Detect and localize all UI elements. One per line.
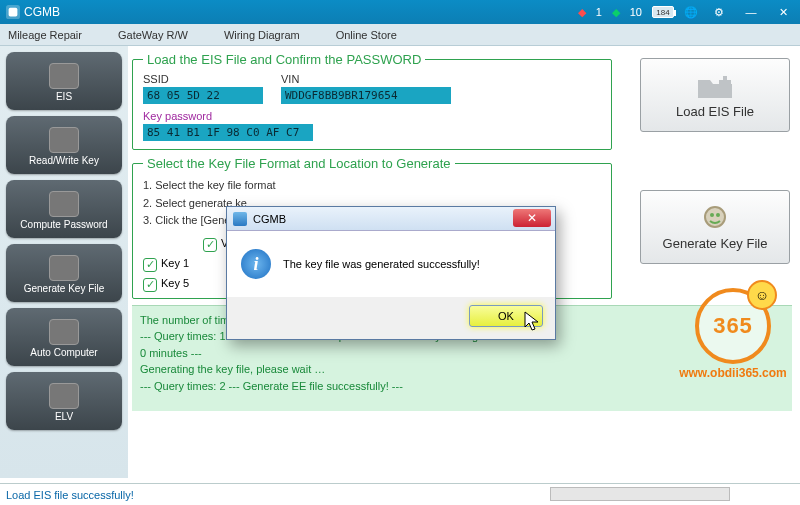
battery-indicator: 184 (652, 6, 674, 18)
group-load-eis: Load the EIS File and Confirm the PASSWO… (132, 52, 612, 150)
load-eis-file-label: Load EIS File (676, 104, 754, 119)
info-icon: i (241, 249, 271, 279)
sidebar-item-label: Read/Write Key (29, 155, 99, 166)
keypassword-label: Key password (143, 110, 601, 122)
vin-label: VIN (281, 73, 451, 85)
window-titlebar: CGMB ◆ 1 ◆ 10 184 🌐 ⚙ — ✕ (0, 0, 800, 24)
sidebar-item-compute-password[interactable]: Compute Password (6, 180, 122, 238)
load-eis-file-button[interactable]: Load EIS File (640, 58, 790, 132)
dialog-ok-button[interactable]: OK (469, 305, 543, 327)
dialog-message: The key file was generated successfully! (283, 258, 480, 270)
globe-icon[interactable]: 🌐 (684, 6, 698, 19)
sidebar-item-label: ELV (55, 411, 73, 422)
gem-green-count: 10 (630, 6, 642, 18)
ssid-field[interactable]: 68 05 5D 22 (143, 87, 263, 104)
log-line: 0 minutes --- (140, 345, 784, 362)
svg-point-3 (710, 213, 714, 217)
sidebar-item-readwrite-key[interactable]: Read/Write Key (6, 116, 122, 174)
app-title: CGMB (24, 5, 60, 19)
key-gen-icon (695, 204, 735, 234)
group-load-eis-legend: Load the EIS File and Confirm the PASSWO… (143, 52, 425, 67)
menu-online-store[interactable]: Online Store (336, 29, 397, 41)
sidebar-item-label: Compute Password (20, 219, 107, 230)
chip-icon (49, 191, 79, 217)
folder-plus-icon (695, 72, 735, 102)
svg-rect-1 (9, 8, 18, 17)
gem-green-icon: ◆ (612, 6, 620, 19)
vin-field[interactable]: WDDGF8BB9BR179654 (281, 87, 451, 104)
dialog-titlebar[interactable]: CGMB ✕ (227, 207, 555, 231)
ssid-label: SSID (143, 73, 263, 85)
sidebar-item-elv[interactable]: ELV (6, 372, 122, 430)
step-1-text: 1. Select the key file format (143, 177, 601, 195)
svg-point-4 (716, 213, 720, 217)
group-select-key-format-legend: Select the Key File Format and Location … (143, 156, 455, 171)
elv-icon (49, 383, 79, 409)
eis-icon (49, 63, 79, 89)
sidebar-item-auto-computer[interactable]: Auto Computer (6, 308, 122, 366)
sidebar-item-label: Auto Computer (30, 347, 97, 358)
app-icon (6, 5, 20, 19)
checkbox-key1-label: Key 1 (161, 256, 189, 268)
checkbox-key5-label: Key 5 (161, 276, 189, 288)
log-line: Generating the key file, please wait … (140, 361, 784, 378)
sidebar-item-label: Generate Key File (24, 283, 105, 294)
ecu-icon (49, 319, 79, 345)
menu-mileage-repair[interactable]: Mileage Repair (8, 29, 82, 41)
checkbox-v04[interactable] (203, 238, 217, 252)
generate-key-file-button[interactable]: Generate Key File (640, 190, 790, 264)
status-bar: Load EIS file successfully! (0, 483, 800, 505)
menu-wiring-diagram[interactable]: Wiring Diagram (224, 29, 300, 41)
key-icon (49, 127, 79, 153)
sidebar-item-generate-key-file[interactable]: Generate Key File (6, 244, 122, 302)
dialog-app-icon (233, 212, 247, 226)
gem-red-count: 1 (596, 6, 602, 18)
minimize-button[interactable]: — (740, 4, 762, 20)
sidebar-item-eis[interactable]: EIS (6, 52, 122, 110)
settings-icon[interactable]: ⚙ (708, 4, 730, 20)
sidebar-item-label: EIS (56, 91, 72, 102)
checkbox-key5[interactable] (143, 278, 157, 292)
generate-key-file-label: Generate Key File (663, 236, 768, 251)
sidebar: EIS Read/Write Key Compute Password Gene… (0, 46, 128, 478)
printer-icon (49, 255, 79, 281)
gem-red-icon: ◆ (578, 6, 586, 19)
menu-gateway-rw[interactable]: GateWay R/W (118, 29, 188, 41)
status-text: Load EIS file successfully! (6, 489, 134, 501)
menu-bar: Mileage Repair GateWay R/W Wiring Diagra… (0, 24, 800, 46)
dialog-title: CGMB (253, 213, 286, 225)
log-line: --- Query times: 2 --- Generate EE file … (140, 378, 784, 395)
dialog-close-button[interactable]: ✕ (513, 209, 551, 227)
message-dialog: CGMB ✕ i The key file was generated succ… (226, 206, 556, 340)
progress-bar (550, 487, 730, 501)
checkbox-key1[interactable] (143, 258, 157, 272)
keypassword-field[interactable]: 85 41 B1 1F 98 C0 AF C7 (143, 124, 313, 141)
close-button[interactable]: ✕ (772, 4, 794, 20)
